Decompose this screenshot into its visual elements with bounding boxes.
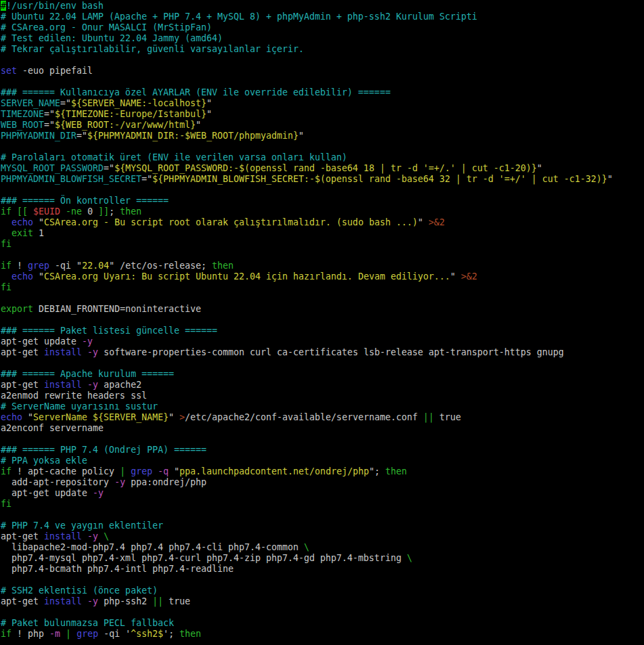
code-token-comment: # CSArea.org - Onur MASALCI (MrStipFan) <box>1 22 212 32</box>
code-token-comment: # PHP 7.4 ve yaygın eklentiler <box>1 520 163 531</box>
code-line: # Tekrar çalıştırılabilir, güvenli varsa… <box>1 44 644 55</box>
code-token-default: 0 <box>82 206 98 217</box>
code-line: # Parolaları otomatik üret (ENV ile veri… <box>1 152 644 163</box>
code-line: ### ====== PHP 7.4 (Ondrej PPA) ====== <box>1 445 644 455</box>
code-token-keyword: fi <box>1 239 12 249</box>
code-token-keyword: fi <box>1 499 12 509</box>
code-token-default: " <box>168 412 179 422</box>
code-line: set -euo pipefail <box>1 66 644 76</box>
code-token-comment: # ServerName uyarısını sustur <box>1 401 158 412</box>
code-line: apt-get install -y \ <box>1 531 644 542</box>
code-token-string: ^ssh2$ <box>131 629 163 639</box>
code-token-string: 22.04 <box>82 261 109 271</box>
code-line <box>1 76 644 87</box>
code-token-keyword: export <box>1 304 33 314</box>
code-line: PHPMYADMIN_BLOWFISH_SECRET="${PHPMYADMIN… <box>1 174 644 185</box>
code-token-string: ${PHPMYADMIN_BLOWFISH_SECRET:-$(openssl … <box>152 174 607 184</box>
code-token-default: ! php <box>12 629 49 639</box>
code-line: if [[ $EUID -ne 0 ]]; then <box>1 206 644 217</box>
code-token-default: " <box>537 163 543 173</box>
code-token-default: apt-get <box>1 380 44 390</box>
code-token-default <box>28 206 33 217</box>
code-token-comment: ### ====== PHP 7.4 (Ondrej PPA) ====== <box>1 445 206 455</box>
code-line: apt-get install -y software-properties-c… <box>1 347 644 358</box>
code-line: if ! php -m | grep -qi '^ssh2$'; then <box>1 629 644 640</box>
code-token-builtin: echo <box>1 412 22 422</box>
code-line: libapache2-mod-php7.4 php7.4 php7.4-cli … <box>1 542 644 553</box>
code-token-default: php7.4-bcmath php7.4-intl php7.4-readlin… <box>1 564 233 574</box>
code-token-builtin: install <box>44 347 82 357</box>
code-token-redirect: >&2 <box>461 271 477 282</box>
code-token-varname: TIMEZONE <box>1 109 44 119</box>
code-token-default: =" <box>44 109 55 119</box>
code-token-default: " <box>33 217 44 227</box>
code-line: #!/usr/bin/env bash <box>1 1 644 12</box>
code-token-flag: -m <box>49 629 60 639</box>
code-token-builtin: grep <box>76 629 98 639</box>
code-token-keyword: fi <box>1 282 12 292</box>
code-token-default: apt-get <box>1 531 44 541</box>
code-line: fi <box>1 499 644 510</box>
code-token-default: ; <box>109 206 120 217</box>
code-token-default: " <box>22 412 33 422</box>
code-token-keyword: exit <box>12 228 33 238</box>
code-line: # PPA yoksa ekle <box>1 455 644 466</box>
code-token-default <box>60 206 66 217</box>
code-token-default: " <box>206 109 212 119</box>
code-line: PHPMYADMIN_DIR="${PHPMYADMIN_DIR:-$WEB_R… <box>1 131 644 141</box>
code-line <box>1 607 644 618</box>
code-line: # ServerName uyarısını sustur <box>1 401 644 412</box>
code-line: exit 1 <box>1 228 644 239</box>
code-line: apt-get update -y <box>1 336 644 347</box>
code-token-string: ${MYSQL_ROOT_PASSWORD:-$(openssl rand -b… <box>114 163 536 173</box>
code-line <box>1 575 644 585</box>
code-token-default: DEBIAN_FRONTEND=noninteractive <box>33 304 201 314</box>
code-line: ### ====== Ön kontroller ====== <box>1 196 644 206</box>
code-line <box>1 434 644 445</box>
code-line: echo "CSArea.org - Bu script root olarak… <box>1 217 644 228</box>
code-line: echo "CSArea.org Uyarı: Bu script Ubuntu… <box>1 271 644 282</box>
code-token-default: ! apt-cache policy <box>12 466 120 476</box>
code-line: add-apt-repository -y ppa:ondrej/php <box>1 477 644 488</box>
code-token-default: a2enconf servername <box>1 423 104 433</box>
code-token-default: libapache2-mod-php7.4 php7.4 php7.4-cli … <box>1 542 304 552</box>
code-line: if ! apt-cache policy | grep -q "ppa.lau… <box>1 466 644 477</box>
code-token-string: ${SERVER_NAME:-localhost} <box>71 98 206 108</box>
code-token-default: -euo pipefail <box>17 66 93 76</box>
code-line: apt-get update -y <box>1 488 644 499</box>
code-token-default: " <box>196 120 201 130</box>
code-line: if ! grep -qi "22.04" /etc/os-release; t… <box>1 261 644 271</box>
code-line: fi <box>1 239 644 250</box>
code-token-default: =" <box>44 120 55 130</box>
code-token-default <box>82 380 87 390</box>
code-token-default: =" <box>104 163 114 173</box>
code-line: # CSArea.org - Onur MASALCI (MrStipFan) <box>1 22 644 33</box>
code-line: fi <box>1 282 644 293</box>
code-token-keyword: if <box>1 629 12 639</box>
code-token-keyword: then <box>179 629 201 639</box>
code-token-builtin: install <box>44 380 82 390</box>
code-token-default: " <box>417 217 428 227</box>
code-token-comment: !/usr/bin/env bash <box>6 1 104 11</box>
code-line <box>1 55 644 66</box>
code-token-keyword: then <box>212 261 233 271</box>
code-line: apt-get install -y php-ssh2 || true <box>1 596 644 607</box>
code-token-default: software-properties-common curl ca-certi… <box>98 347 564 357</box>
code-line <box>1 510 644 520</box>
code-token-default: =" <box>141 174 152 184</box>
code-token-comment: # Parolaları otomatik üret (ENV ile veri… <box>1 152 347 162</box>
code-token-default <box>152 466 158 476</box>
code-line: php7.4-bcmath php7.4-intl php7.4-readlin… <box>1 564 644 575</box>
code-line: apt-get install -y apache2 <box>1 380 644 391</box>
code-token-default: add-apt-repository <box>1 477 114 487</box>
code-token-string: CSArea.org Uyarı: Bu script Ubuntu 22.04… <box>44 271 450 282</box>
code-token-flag: -y <box>87 531 98 541</box>
code-token-default: " <box>206 98 212 108</box>
code-token-keyword: | <box>66 629 71 639</box>
code-token-builtin: grep <box>131 466 152 476</box>
code-token-default: "; <box>369 466 385 476</box>
code-token-comment: # SSH2 eklentisi (önce paket) <box>1 585 158 596</box>
code-token-keyword: \ <box>104 531 109 541</box>
code-token-redirect: >&2 <box>428 217 444 227</box>
code-token-comment: ### ====== Apache kurulum ====== <box>1 369 174 379</box>
